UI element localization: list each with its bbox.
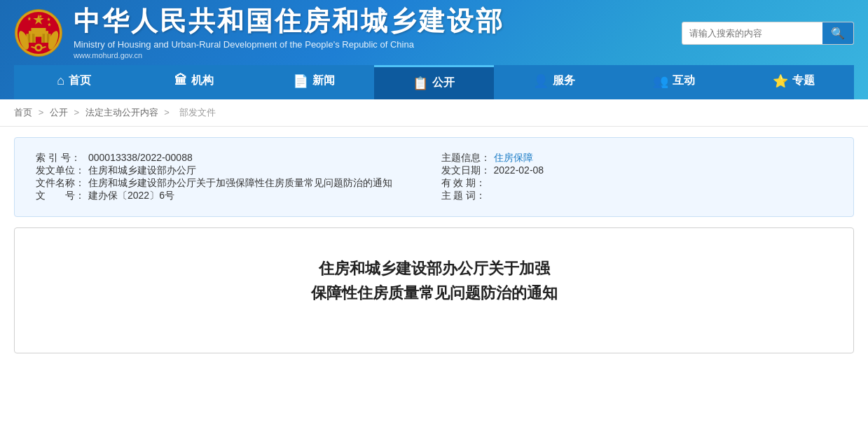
doc-title-line1: 住房和城乡建设部办公厅关于加强 [29, 256, 839, 281]
nav-item-news[interactable]: 📄 新闻 [254, 65, 374, 99]
breadcrumb-current: 部发文件 [179, 107, 216, 118]
site-url: www.mohurd.gov.cn [74, 51, 504, 59]
search-button[interactable]: 🔍 [822, 22, 853, 44]
logo-area: 中华人民共和国住房和城乡建设部 Ministry of Housing and … [14, 7, 504, 59]
nav-link-open[interactable]: 📋 公开 [374, 65, 494, 99]
main-content: 索 引 号： 000013338/2022-00088 发文单位： 住房和城乡建… [0, 127, 868, 364]
breadcrumb-home[interactable]: 首页 [14, 107, 32, 118]
info-grid: 索 引 号： 000013338/2022-00088 发文单位： 住房和城乡建… [36, 152, 832, 202]
index-label: 索 引 号： [36, 152, 85, 164]
main-nav: ⌂ 首页 🏛 机构 📄 新闻 📋 公开 [14, 65, 854, 99]
nav-link-special[interactable]: ⭐ 专题 [734, 65, 854, 97]
nav-item-interact[interactable]: 👥 互动 [614, 65, 733, 99]
site-subtitle: Ministry of Housing and Urban-Rural Deve… [74, 39, 504, 50]
nav-item-home[interactable]: ⌂ 首页 [14, 65, 134, 99]
date-value: 2022-02-08 [494, 164, 544, 176]
nav-label-open: 公开 [432, 76, 455, 90]
index-value: 000013338/2022-00088 [88, 152, 193, 163]
validity-label: 有 效 期： [441, 177, 490, 190]
info-left-col: 索 引 号： 000013338/2022-00088 发文单位： 住房和城乡建… [36, 152, 427, 202]
document-card: 住房和城乡建设部办公厅关于加强 保障性住房质量常见问题防治的通知 [14, 227, 854, 353]
search-input[interactable] [682, 24, 822, 43]
nav-item-org[interactable]: 🏛 机构 [134, 65, 254, 99]
breadcrumb-sep-1: > [39, 107, 46, 118]
nav-list: ⌂ 首页 🏛 机构 📄 新闻 📋 公开 [14, 65, 854, 99]
info-row-date: 发文日期： 2022-02-08 [441, 164, 833, 177]
nav-label-home: 首页 [69, 73, 91, 88]
nav-label-news: 新闻 [312, 73, 335, 88]
filename-label: 文件名称： [36, 177, 85, 190]
news-icon: 📄 [293, 73, 308, 89]
nav-link-service[interactable]: 👤 服务 [494, 65, 614, 97]
special-icon: ⭐ [773, 73, 788, 89]
logo-text-area: 中华人民共和国住房和城乡建设部 Ministry of Housing and … [74, 7, 504, 59]
nav-item-service[interactable]: 👤 服务 [494, 65, 614, 99]
info-row-filename: 文件名称： 住房和城乡建设部办公厅关于加强保障性住房质量常见问题防治的通知 [36, 177, 427, 190]
breadcrumb: 首页 > 公开 > 法定主动公开内容 > 部发文件 [0, 99, 868, 127]
svg-rect-4 [32, 28, 46, 32]
national-emblem [14, 8, 63, 57]
docnum-label: 文 号： [36, 190, 85, 202]
info-row-index: 索 引 号： 000013338/2022-00088 [36, 152, 427, 164]
nav-item-special[interactable]: ⭐ 专题 [734, 65, 854, 99]
service-icon: 👤 [533, 73, 549, 89]
svg-point-18 [36, 46, 41, 50]
info-row-keywords: 主 题 词： [441, 190, 833, 202]
topic-value[interactable]: 住房保障 [494, 152, 533, 164]
svg-rect-5 [36, 37, 41, 43]
search-area: 🔍 [682, 22, 854, 45]
docnum-value: 建办保〔2022〕6号 [88, 190, 174, 202]
date-label: 发文日期： [441, 164, 490, 177]
svg-rect-7 [32, 34, 35, 43]
info-row-validity: 有 效 期： [441, 177, 833, 190]
breadcrumb-open[interactable]: 公开 [50, 107, 68, 118]
search-icon: 🔍 [831, 27, 845, 39]
page-header: 中华人民共和国住房和城乡建设部 Ministry of Housing and … [0, 0, 868, 99]
topic-label: 主题信息： [441, 152, 490, 164]
info-row-docnum: 文 号： 建办保〔2022〕6号 [36, 190, 427, 202]
interact-icon: 👥 [653, 73, 668, 89]
info-row-topic: 主题信息： 住房保障 [441, 152, 833, 164]
nav-item-open[interactable]: 📋 公开 [374, 65, 494, 99]
breadcrumb-legal[interactable]: 法定主动公开内容 [85, 107, 158, 118]
issuer-value: 住房和城乡建设部办公厅 [88, 164, 196, 177]
nav-label-service: 服务 [553, 73, 575, 88]
info-card: 索 引 号： 000013338/2022-00088 发文单位： 住房和城乡建… [14, 137, 854, 217]
nav-link-org[interactable]: 🏛 机构 [134, 65, 254, 97]
breadcrumb-sep-3: > [164, 107, 172, 118]
issuer-label: 发文单位： [36, 164, 85, 177]
nav-link-home[interactable]: ⌂ 首页 [14, 65, 134, 97]
nav-label-special: 专题 [792, 73, 815, 88]
nav-link-news[interactable]: 📄 新闻 [254, 65, 374, 97]
search-box: 🔍 [682, 22, 854, 45]
open-icon: 📋 [413, 76, 428, 91]
breadcrumb-sep-2: > [74, 107, 81, 118]
info-right-col: 主题信息： 住房保障 发文日期： 2022-02-08 有 效 期： 主 题 词… [441, 152, 833, 202]
doc-title-line2: 保障性住房质量常见问题防治的通知 [29, 281, 839, 305]
site-title: 中华人民共和国住房和城乡建设部 [74, 7, 504, 36]
svg-rect-8 [43, 34, 46, 43]
filename-value: 住房和城乡建设部办公厅关于加强保障性住房质量常见问题防治的通知 [88, 177, 392, 190]
home-icon: ⌂ [57, 73, 64, 88]
keywords-label: 主 题 词： [441, 190, 490, 202]
org-icon: 🏛 [174, 73, 187, 88]
nav-link-interact[interactable]: 👥 互动 [614, 65, 733, 97]
document-title: 住房和城乡建设部办公厅关于加强 保障性住房质量常见问题防治的通知 [29, 256, 839, 305]
nav-label-org: 机构 [191, 73, 214, 88]
info-row-issuer: 发文单位： 住房和城乡建设部办公厅 [36, 164, 427, 177]
nav-label-interact: 互动 [673, 73, 695, 88]
